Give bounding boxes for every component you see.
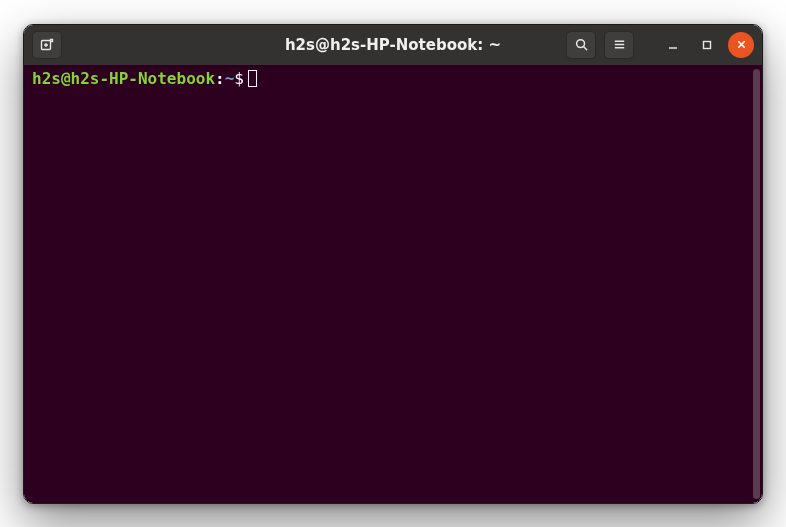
cursor-icon: [248, 70, 257, 87]
maximize-button[interactable]: [694, 32, 720, 58]
maximize-icon: [701, 39, 713, 51]
svg-line-4: [583, 47, 586, 50]
titlebar-right-group: [566, 31, 754, 59]
titlebar[interactable]: h2s@h2s-HP-Notebook: ~: [24, 25, 762, 65]
prompt-symbol: $: [234, 69, 244, 88]
close-button[interactable]: [728, 32, 754, 58]
new-tab-button[interactable]: [32, 31, 62, 59]
svg-rect-9: [704, 41, 711, 48]
hamburger-icon: [612, 37, 627, 52]
terminal-window: h2s@h2s-HP-Notebook: ~: [23, 24, 763, 504]
search-icon: [574, 37, 589, 52]
new-tab-icon: [39, 37, 55, 53]
minimize-button[interactable]: [660, 32, 686, 58]
prompt-user-host: h2s@h2s-HP-Notebook: [32, 69, 215, 88]
hamburger-menu-button[interactable]: [604, 31, 634, 59]
prompt-path: ~: [225, 69, 235, 88]
terminal-area[interactable]: h2s@h2s-HP-Notebook:~$: [24, 65, 762, 503]
search-button[interactable]: [566, 31, 596, 59]
terminal-output[interactable]: h2s@h2s-HP-Notebook:~$: [24, 65, 752, 503]
prompt-separator: :: [215, 69, 225, 88]
scrollbar-thumb[interactable]: [753, 69, 760, 499]
minimize-icon: [667, 39, 679, 51]
scrollbar-track[interactable]: [752, 65, 762, 503]
close-icon: [736, 39, 747, 50]
titlebar-left-group: [32, 31, 62, 59]
